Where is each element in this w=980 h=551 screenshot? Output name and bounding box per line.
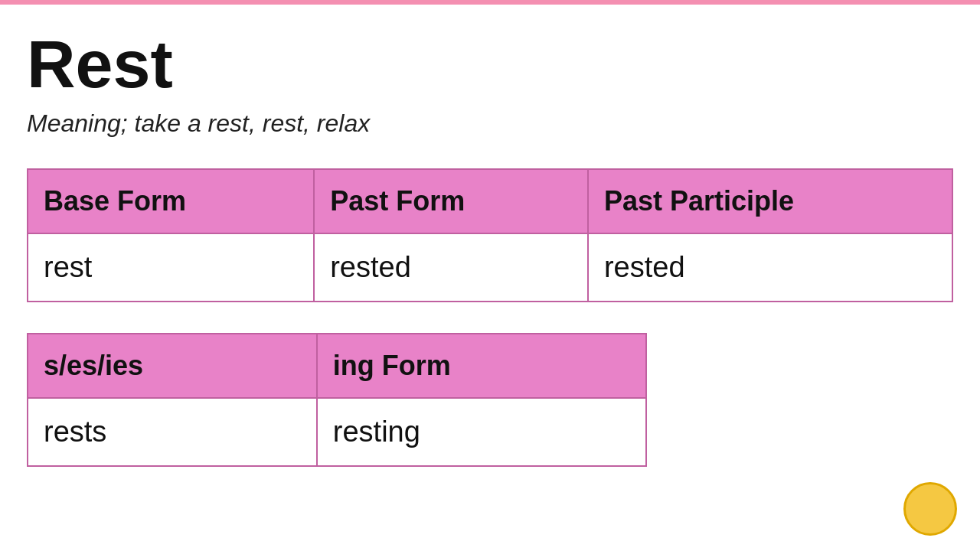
word-title: Rest [27, 28, 953, 102]
word-meaning: Meaning; take a rest, rest, relax [27, 109, 953, 138]
table2-header-row: s/es/ies ing Form [28, 334, 646, 398]
cell-ses: rests [28, 398, 317, 466]
corner-logo [903, 482, 965, 543]
cell-past-participle: rested [588, 233, 952, 302]
cell-past-form: rested [314, 233, 588, 302]
verb-table-section: Base Form Past Form Past Participle rest… [27, 168, 953, 302]
verb-forms-table: Base Form Past Form Past Participle rest… [27, 168, 953, 302]
logo-circle [903, 482, 957, 536]
table-header-row: Base Form Past Form Past Participle [28, 169, 952, 233]
header-past-form: Past Form [314, 169, 588, 233]
second-table-section: s/es/ies ing Form rests resting [27, 333, 953, 467]
header-ses: s/es/ies [28, 334, 317, 398]
cell-ing: resting [317, 398, 646, 466]
header-past-participle: Past Participle [588, 169, 952, 233]
ses-ing-table: s/es/ies ing Form rests resting [27, 333, 647, 467]
main-content: Rest Meaning; take a rest, rest, relax B… [0, 5, 980, 520]
header-base-form: Base Form [28, 169, 314, 233]
cell-base-form: rest [28, 233, 314, 302]
table-row: rest rested rested [28, 233, 952, 302]
header-ing-form: ing Form [317, 334, 646, 398]
table2-row: rests resting [28, 398, 646, 466]
